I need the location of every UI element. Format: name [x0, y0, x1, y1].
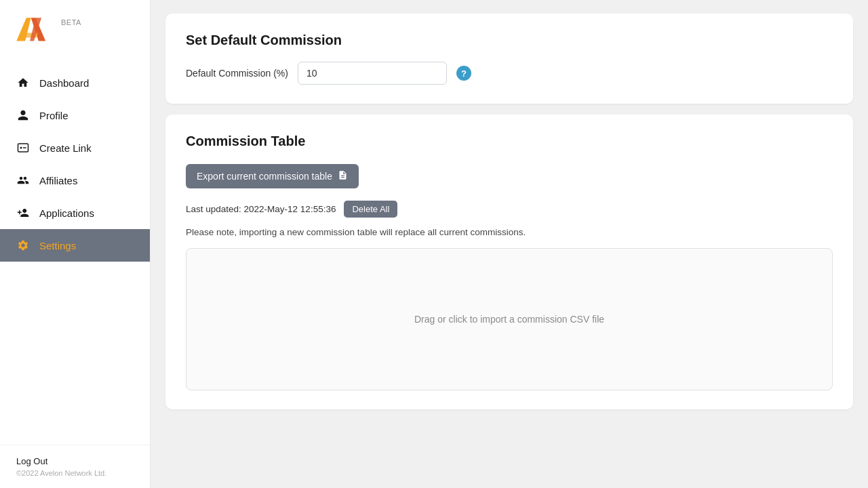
- default-commission-title: Set Default Commission: [186, 33, 833, 48]
- export-commission-button[interactable]: Export current commission table: [186, 164, 359, 188]
- last-updated-row: Last updated: 2022-May-12 12:55:36 Delet…: [186, 201, 833, 218]
- nav-list: Dashboard Profile Create Link: [0, 60, 150, 445]
- svg-point-5: [20, 147, 22, 149]
- sidebar-label-create-link: Create Link: [39, 142, 92, 154]
- csv-drop-zone[interactable]: Drag or click to import a commission CSV…: [186, 248, 833, 390]
- user-icon: [16, 108, 30, 122]
- commission-table-card: Commission Table Export current commissi…: [165, 115, 853, 409]
- sidebar-label-applications: Applications: [39, 207, 94, 219]
- commission-form-row: Default Commission (%) ?: [186, 62, 833, 85]
- logo-area: BETA: [0, 0, 150, 60]
- copyright-text: ©2022 Avelon Network Ltd.: [16, 469, 134, 477]
- sidebar-label-affiliates: Affiliates: [39, 175, 77, 186]
- sidebar-label-profile: Profile: [39, 110, 68, 121]
- commission-label: Default Commission (%): [186, 68, 288, 79]
- main-content: Set Default Commission Default Commissio…: [151, 0, 868, 488]
- sidebar-item-affiliates[interactable]: Affiliates: [0, 164, 150, 197]
- sidebar-item-settings[interactable]: Settings: [0, 229, 150, 262]
- export-btn-label: Export current commission table: [197, 171, 332, 182]
- last-updated-text: Last updated: 2022-May-12 12:55:36: [186, 204, 336, 214]
- sidebar-label-dashboard: Dashboard: [39, 77, 89, 89]
- sidebar-item-profile[interactable]: Profile: [0, 99, 150, 131]
- link-icon: [16, 141, 30, 155]
- svg-marker-0: [16, 18, 31, 41]
- sidebar-item-applications[interactable]: Applications: [0, 197, 150, 229]
- sidebar-footer: Log Out ©2022 Avelon Network Ltd.: [0, 445, 150, 488]
- beta-badge: BETA: [61, 18, 81, 26]
- app-logo: [14, 12, 54, 46]
- delete-all-button[interactable]: Delete All: [344, 201, 397, 218]
- help-icon[interactable]: ?: [456, 66, 471, 81]
- commission-table-title: Commission Table: [186, 134, 833, 149]
- gear-icon: [16, 239, 30, 252]
- log-out-link[interactable]: Log Out: [16, 456, 134, 466]
- sidebar-label-settings: Settings: [39, 240, 76, 251]
- sidebar: BETA Dashboard Profile: [0, 0, 151, 488]
- sidebar-item-create-link[interactable]: Create Link: [0, 131, 150, 164]
- home-icon: [16, 76, 30, 89]
- user-plus-icon: [16, 206, 30, 220]
- commission-input[interactable]: [298, 62, 447, 85]
- import-notice: Please note, importing a new commission …: [186, 227, 833, 237]
- default-commission-card: Set Default Commission Default Commissio…: [165, 14, 853, 104]
- sidebar-item-dashboard[interactable]: Dashboard: [0, 66, 150, 99]
- drop-zone-text: Drag or click to import a commission CSV…: [414, 314, 604, 325]
- file-export-icon: [338, 170, 348, 182]
- users-icon: [16, 174, 30, 187]
